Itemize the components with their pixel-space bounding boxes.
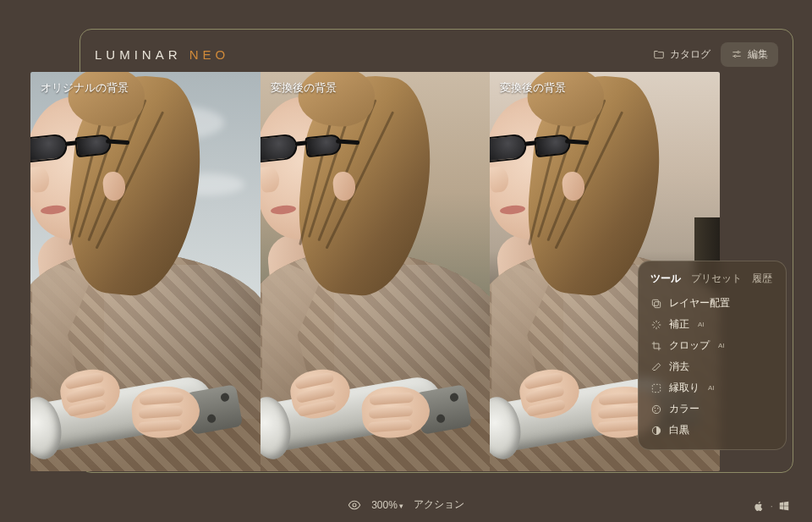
sparkle-icon bbox=[650, 319, 662, 331]
windows-icon bbox=[778, 500, 790, 512]
status-bar: 300%▾ アクション bbox=[0, 497, 812, 512]
chevron-down-icon: ▾ bbox=[399, 502, 403, 510]
layers-icon bbox=[650, 298, 662, 310]
svg-rect-4 bbox=[652, 384, 660, 392]
nav-edit-label: 編集 bbox=[748, 47, 768, 62]
tool-bw-label: 白黒 bbox=[669, 424, 689, 437]
tool-layer-label: レイヤー配置 bbox=[669, 297, 730, 310]
tool-bw[interactable]: 白黒 bbox=[647, 420, 777, 441]
contrast-icon bbox=[650, 425, 662, 437]
popover-tabs: ツール プリセット 履歴 bbox=[647, 272, 777, 286]
svg-point-1 bbox=[734, 55, 736, 57]
tool-crop-ai: AI bbox=[718, 342, 725, 349]
panel-variant-1[interactable]: 変換後の背景 bbox=[261, 72, 491, 471]
panel-original-label: オリジナルの背景 bbox=[41, 80, 129, 96]
topbar: LUMINAR NEO カタログ 編集 bbox=[80, 37, 793, 71]
svg-rect-2 bbox=[652, 299, 658, 305]
folder-icon bbox=[653, 48, 665, 60]
tool-erase-label: 消去 bbox=[669, 360, 689, 373]
os-platform-icons: · bbox=[753, 499, 790, 512]
zoom-value: 300% bbox=[371, 499, 398, 511]
crop-icon bbox=[650, 340, 662, 352]
nav-catalog-button[interactable]: カタログ bbox=[643, 42, 721, 67]
apple-icon bbox=[753, 500, 765, 512]
svg-rect-3 bbox=[655, 301, 661, 307]
brand-word-1: LUMINAR bbox=[95, 47, 182, 62]
tool-color-label: カラー bbox=[669, 403, 700, 415]
sliders-icon bbox=[731, 48, 743, 60]
eraser-icon bbox=[650, 361, 662, 373]
nav-catalog-label: カタログ bbox=[670, 47, 710, 62]
svg-point-10 bbox=[353, 503, 356, 507]
comparison-canvas: オリジナルの背景 bbox=[30, 72, 720, 471]
palette-icon bbox=[650, 404, 662, 415]
tool-crop[interactable]: クロップ AI bbox=[647, 335, 777, 356]
action-button[interactable]: アクション bbox=[414, 497, 464, 512]
svg-point-0 bbox=[738, 52, 739, 53]
nav-edit-button[interactable]: 編集 bbox=[721, 42, 778, 67]
tool-color[interactable]: カラー bbox=[647, 398, 777, 420]
brand-logo: LUMINAR NEO bbox=[95, 47, 229, 62]
svg-point-8 bbox=[655, 409, 656, 411]
tab-history[interactable]: 履歴 bbox=[752, 272, 772, 286]
tool-crop-label: クロップ bbox=[669, 339, 710, 352]
panel-original[interactable]: オリジナルの背景 bbox=[30, 72, 261, 471]
selection-icon bbox=[650, 382, 662, 394]
tool-erase[interactable]: 消去 bbox=[647, 356, 777, 377]
svg-point-7 bbox=[657, 408, 659, 409]
tool-enhance-label: 補正 bbox=[669, 318, 689, 331]
separator-dot: · bbox=[770, 499, 773, 512]
tool-enhance[interactable]: 補正 AI bbox=[647, 314, 777, 335]
tab-presets[interactable]: プリセット bbox=[691, 272, 742, 286]
svg-point-6 bbox=[654, 407, 656, 409]
brand-word-2: NEO bbox=[189, 47, 230, 62]
tool-layer-placement[interactable]: レイヤー配置 bbox=[647, 293, 777, 314]
zoom-readout[interactable]: 300%▾ bbox=[371, 499, 403, 511]
tab-tools[interactable]: ツール bbox=[650, 272, 681, 286]
eye-icon[interactable] bbox=[348, 498, 361, 512]
panel-variant-1-label: 変換後の背景 bbox=[271, 80, 337, 96]
svg-point-5 bbox=[652, 405, 660, 413]
tool-cutout-ai: AI bbox=[708, 384, 715, 392]
tool-cutout-label: 縁取り bbox=[669, 382, 700, 394]
panel-variant-2-label: 変換後の背景 bbox=[500, 80, 566, 96]
tool-enhance-ai: AI bbox=[698, 321, 705, 328]
tools-popover: ツール プリセット 履歴 レイヤー配置 補正 AI クロップ AI 消去 縁取り… bbox=[638, 261, 787, 450]
tool-cutout[interactable]: 縁取り AI bbox=[647, 377, 777, 398]
